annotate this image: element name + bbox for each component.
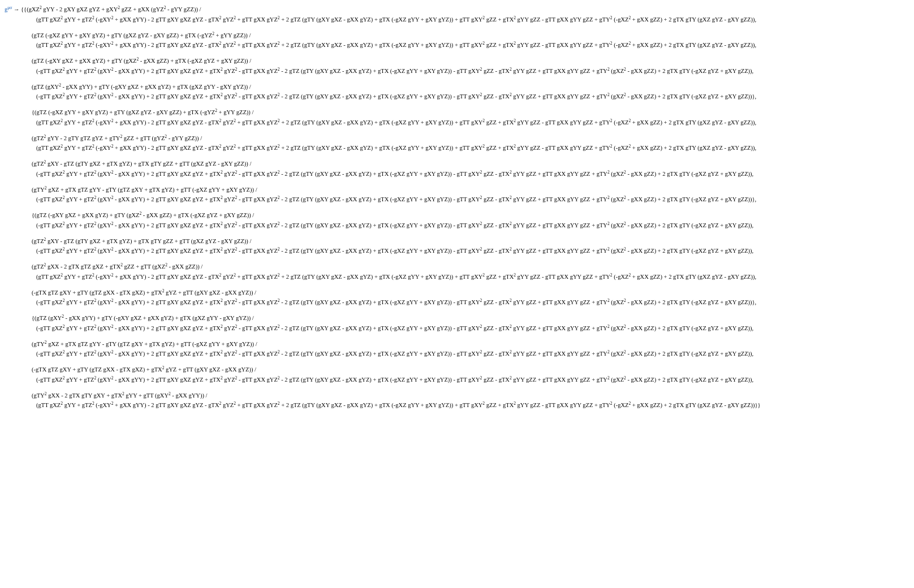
lhs-symbol: gμσ [5, 6, 12, 12]
row-3-2-den: (-gTT gXZ2 gYY + gTZ2 (gXY2 - gXX gYY) +… [5, 246, 914, 256]
row-2-1-den: (gTT gXZ2 gYY + gTZ2 (-gXY2 + gXX gYY) -… [5, 118, 914, 128]
row-4-4-num: (gTY2 gXX - 2 gTX gTY gXY + gTX2 gYY + g… [5, 391, 914, 401]
row-2-3-num: (gTZ2 gXY - gTZ (gTY gXZ + gTX gYZ) + gT… [5, 159, 914, 169]
row-3-4-den: (-gTT gXZ2 gYY + gTZ2 (gXY2 - gXX gYY) +… [5, 297, 914, 308]
row-2-2-num: (gTZ2 gYY - 2 gTY gTZ gYZ + gTY2 gZZ + g… [5, 133, 914, 144]
row-3-3-den: (gTT gXZ2 gYY + gTZ2 (-gXY2 + gXX gYY) -… [5, 272, 914, 282]
row-4-3-num: (-gTX gTZ gXY + gTY (gTZ gXX - gTX gXZ) … [5, 365, 914, 375]
row-4-4-den: (gTT gXZ2 gYY + gTZ2 (-gXY2 + gXX gYY) -… [5, 400, 914, 410]
math-output: gμσ → {{(gXZ2 gYY - 2 gXY gXZ gYZ + gXY2… [5, 5, 914, 410]
row-2-4-num: (gTY2 gXZ + gTX gTZ gYY - gTY (gTZ gXY +… [5, 185, 914, 195]
row-3-1-num: {(gTZ (-gXY gXZ + gXX gYZ) + gTY (gXZ2 -… [5, 210, 914, 220]
row-4-1-den: (-gTT gXZ2 gYY + gTZ2 (gXY2 - gXX gYY) +… [5, 323, 914, 334]
row-4-1-num: {(gTZ (gXY2 - gXX gYY) + gTY (-gXY gXZ +… [5, 313, 914, 323]
row-1-4-num: (gTZ (gXY2 - gXX gYY) + gTY (-gXY gXZ + … [5, 82, 914, 92]
row-2-3-den: (-gTT gXZ2 gYY + gTZ2 (gXY2 - gXX gYY) +… [5, 169, 914, 179]
row-3-2-num: (gTZ2 gXY - gTZ (gTY gXZ + gTX gYZ) + gT… [5, 236, 914, 247]
row-1-1-den: (gTT gXZ2 gYY + gTZ2 (-gXY2 + gXX gYY) -… [5, 15, 914, 25]
row-2-1-num: {(gTZ (-gXZ gYY + gXY gYZ) + gTY (gXZ gY… [5, 107, 914, 118]
row-1-1-num: gμσ → {{(gXZ2 gYY - 2 gXY gXZ gYZ + gXY2… [5, 5, 914, 15]
row-1-4-den: (-gTT gXZ2 gYY + gTZ2 (gXY2 - gXX gYY) +… [5, 92, 914, 102]
row-3-1-den: (-gTT gXZ2 gYY + gTZ2 (gXY2 - gXX gYY) +… [5, 220, 914, 231]
row-2-2-den: (gTT gXZ2 gYY + gTZ2 (-gXY2 + gXX gYY) -… [5, 143, 914, 153]
row-1-2-den: (gTT gXZ2 gYY + gTZ2 (-gXY2 + gXX gYY) -… [5, 40, 914, 50]
row-4-2-num: (gTY2 gXZ + gTX gTZ gYY - gTY (gTZ gXY +… [5, 339, 914, 349]
row-1-3-den: (-gTT gXZ2 gYY + gTZ2 (gXY2 - gXX gYY) +… [5, 66, 914, 76]
row-2-4-den: (-gTT gXZ2 gYY + gTZ2 (gXY2 - gXX gYY) +… [5, 194, 914, 205]
row-1-3-num: (gTZ (-gXY gXZ + gXX gYZ) + gTY (gXZ2 - … [5, 56, 914, 66]
row-4-2-den: (-gTT gXZ2 gYY + gTZ2 (gXY2 - gXX gYY) +… [5, 349, 914, 359]
row-3-4-num: (-gTX gTZ gXY + gTY (gTZ gXX - gTX gXZ) … [5, 288, 914, 298]
row-1-2-num: (gTZ (-gXZ gYY + gXY gYZ) + gTY (gXZ gYZ… [5, 31, 914, 41]
row-3-3-num: (gTZ2 gXX - 2 gTX gTZ gXZ + gTX2 gZZ + g… [5, 262, 914, 272]
row-4-3-den: (-gTT gXZ2 gYY + gTZ2 (gXY2 - gXX gYY) +… [5, 375, 914, 385]
